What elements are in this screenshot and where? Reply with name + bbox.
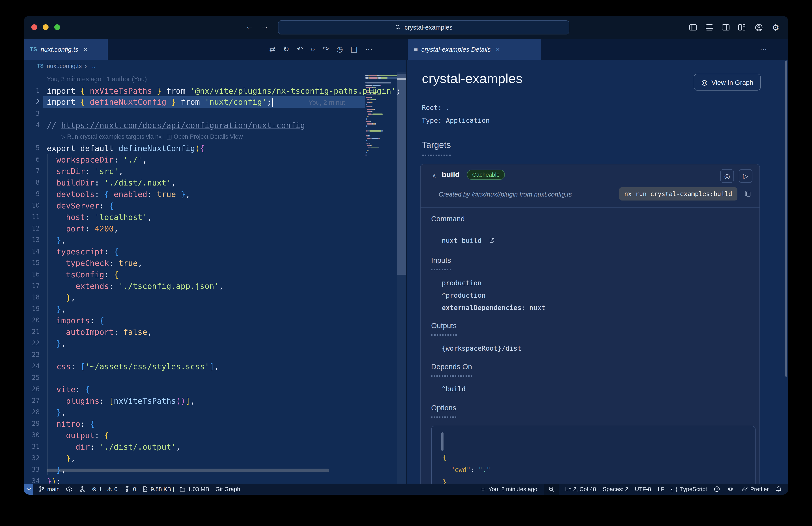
codelens-row[interactable]: ▷ Run crystal-examples targets via nx | … [24, 131, 406, 142]
code-line-17[interactable]: 17 extends: './tsconfig.app.json', [24, 280, 406, 292]
command-value[interactable]: nuxt build [442, 237, 495, 245]
statusbar-item-you-2-minutes-ago[interactable]: You, 2 minutes ago [480, 486, 537, 493]
nav-location-icon[interactable]: ○ [311, 45, 315, 54]
nav-back-circle-icon[interactable]: ↶ [297, 45, 303, 54]
code-line-12[interactable]: 12 port: 4200, [24, 223, 406, 234]
code-line-8[interactable]: 8 buildDir: './dist/.nuxt', [24, 177, 406, 188]
split-editor-icon[interactable]: ◫ [350, 45, 358, 54]
breadcrumb-file[interactable]: nuxt.config.ts [46, 62, 82, 69]
statusbar-item-lf[interactable]: LF [658, 486, 664, 493]
statusbar-item-bell-icon[interactable] [775, 486, 782, 493]
editor-vertical-scrollbar[interactable] [397, 72, 406, 484]
account-icon[interactable] [755, 23, 763, 32]
tab-project-details[interactable]: ≡ crystal-examples Details × [408, 39, 541, 60]
statusbar-item-main[interactable]: main [39, 486, 60, 493]
code-line-24[interactable]: 24 css: ['~/assets/css/styles.scss'], [24, 360, 406, 372]
statusbar-item-utf-8[interactable]: UTF-8 [635, 486, 651, 493]
open-changes-icon[interactable]: ⇄ [269, 45, 276, 54]
statusbar-item-source-control-graph-icon[interactable] [79, 486, 86, 493]
run-command-chip[interactable]: nx run crystal-examples:build [619, 187, 737, 200]
timeline-icon[interactable]: ◷ [336, 45, 343, 54]
zoom-window-button[interactable] [54, 24, 60, 30]
statusbar-item-ln-2-col-48[interactable]: Ln 2, Col 48 [565, 486, 596, 493]
breadcrumb-more[interactable]: … [90, 62, 96, 69]
code-line-14[interactable]: 14 typescript: { [24, 245, 406, 257]
code-line-15[interactable]: 15 typeCheck: true, [24, 257, 406, 269]
view-target-graph-button[interactable]: ◎ [720, 169, 734, 183]
code-line-31[interactable]: 31 dir: './dist/.output', [24, 441, 406, 452]
code-line-27[interactable]: 27 plugins: [nxViteTsPaths()], [24, 395, 406, 406]
scrollbar-thumb[interactable] [397, 74, 406, 275]
run-target-button[interactable]: ▷ [739, 169, 752, 183]
toggle-secondary-sidebar-icon[interactable] [722, 24, 729, 30]
code-line-1[interactable]: 1import { nxViteTsPaths } from '@nx/vite… [24, 85, 406, 96]
code-line-34[interactable]: 34}); [24, 475, 406, 484]
code-line-4[interactable]: 4// https://nuxt.com/docs/api/configurat… [24, 119, 406, 131]
close-tab-icon[interactable]: × [496, 45, 500, 53]
minimize-window-button[interactable] [43, 24, 48, 30]
copy-command-icon[interactable] [744, 190, 752, 197]
code-line-18[interactable]: 18 }, [24, 292, 406, 303]
code-line-13[interactable]: 13 }, [24, 234, 406, 245]
code-line-20[interactable]: 20 imports: { [24, 314, 406, 326]
customize-layout-icon[interactable] [738, 24, 746, 30]
toggle-primary-sidebar-icon[interactable] [689, 24, 697, 30]
options-code-block[interactable]: { "cwd": "." } [431, 426, 755, 484]
panel-more-actions-icon[interactable]: ⋯ [760, 39, 767, 60]
code-line-9[interactable]: 9 devtools: { enabled: true }, [24, 188, 406, 200]
close-tab-icon[interactable]: × [84, 45, 88, 53]
settings-gear-icon[interactable]: ⚙ [772, 23, 779, 32]
tab-nuxt-config[interactable]: TS nuxt.config.ts × [24, 39, 108, 60]
code-line-16[interactable]: 16 tsConfig: { [24, 269, 406, 280]
code-line-22[interactable]: 22 }, [24, 338, 406, 349]
code-line-6[interactable]: 6 workspaceDir: './', [24, 154, 406, 165]
panel-scrollbar[interactable] [785, 60, 787, 377]
statusbar-item-copilot-icon[interactable] [727, 486, 735, 493]
statusbar-item-cloud-upload-icon[interactable] [66, 486, 73, 493]
code-line-21[interactable]: 21 autoImport: false, [24, 326, 406, 338]
view-in-graph-button[interactable]: ◎ View In Graph [694, 74, 761, 90]
nav-back-icon[interactable]: ← [245, 22, 254, 31]
code-line-10[interactable]: 10 devServer: { [24, 200, 406, 211]
code-line-28[interactable]: 28 }, [24, 406, 406, 418]
nav-forward-icon[interactable]: → [260, 22, 269, 31]
code-line-3[interactable]: 3 [24, 108, 406, 119]
statusbar-item-0[interactable]: 0 [124, 486, 136, 493]
code-line-30[interactable]: 30 output: { [24, 429, 406, 441]
statusbar-item-9-88-kb[interactable]: 9.88 KB |1.03 MB [142, 486, 209, 493]
statusbar-item-prettier[interactable]: ✓✓Prettier [741, 486, 769, 493]
code-line-5[interactable]: 5export default defineNuxtConfig({ [24, 142, 406, 154]
breadcrumb-separator: › [85, 62, 87, 69]
code-line-26[interactable]: 26 vite: { [24, 383, 406, 395]
code-line-11[interactable]: 11 host: 'localhost', [24, 211, 406, 223]
cloud-upload-icon [66, 486, 73, 493]
run-targets-codelens[interactable]: ▷ Run crystal-examples targets via nx [61, 133, 161, 140]
code-line-19[interactable]: 19 }, [24, 303, 406, 314]
code-line-29[interactable]: 29 nitro: { [24, 418, 406, 429]
statusbar-item-zoom-plus-icon[interactable] [544, 484, 559, 495]
statusbar-item-git-graph[interactable]: Git Graph [215, 486, 240, 493]
open-project-details-codelens[interactable]: ◫ Open Project Details View [166, 133, 243, 140]
external-link-icon[interactable] [489, 237, 495, 244]
statusbar-item-typescript[interactable]: { }TypeScript [671, 486, 707, 493]
close-window-button[interactable] [31, 24, 37, 30]
code-line-23[interactable]: 23 [24, 349, 406, 360]
code-line-25[interactable]: 25 [24, 372, 406, 383]
code-line-32[interactable]: 32 }, [24, 452, 406, 464]
toggle-panel-icon[interactable] [706, 24, 713, 30]
code-editor[interactable]: You, 3 minutes ago | 1 author (You)1impo… [24, 72, 406, 484]
editor-horizontal-scrollbar[interactable] [47, 469, 329, 472]
statusbar-item-feedback-icon[interactable] [714, 486, 721, 493]
collapse-chevron-icon[interactable]: ∧ [432, 172, 436, 179]
code-line-7[interactable]: 7 srcDir: 'src', [24, 165, 406, 177]
command-center-search[interactable]: crystal-examples [278, 20, 569, 34]
statusbar-item-1[interactable]: ⊗1⚠0 [92, 486, 117, 493]
statusbar-item-spaces-2[interactable]: Spaces: 2 [603, 486, 628, 493]
code-line-2[interactable]: 2import { defineNuxtConfig } from 'nuxt/… [24, 96, 406, 108]
nav-forward-circle-icon[interactable]: ↷ [323, 45, 329, 54]
remote-indicator[interactable]: >< [24, 484, 33, 495]
more-actions-icon[interactable]: ⋯ [365, 45, 373, 54]
refresh-icon[interactable]: ↻ [283, 45, 290, 54]
copilot-icon [727, 486, 735, 493]
breadcrumb[interactable]: TS nuxt.config.ts › … [24, 60, 406, 72]
